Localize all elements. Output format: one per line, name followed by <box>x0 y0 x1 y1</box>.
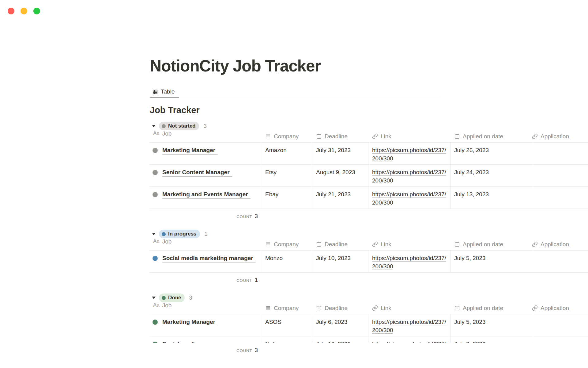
job-title-link[interactable]: Marketing Manager <box>162 147 218 155</box>
count-value: 3 <box>254 213 258 219</box>
close-window-button[interactable] <box>8 8 14 14</box>
status-pill[interactable]: In progress <box>159 230 200 238</box>
cell-job[interactable]: Social media manager <box>150 336 262 343</box>
column-header-job[interactable]: AaJob <box>150 238 262 250</box>
column-header-link[interactable]: Link <box>368 238 451 250</box>
column-header-label: Company <box>274 241 299 248</box>
cell-link[interactable]: https://picsum.photos/id/237/200/300 <box>368 336 451 343</box>
collapse-toggle-icon[interactable] <box>152 125 156 127</box>
column-header-label: Link <box>381 133 391 140</box>
url-link[interactable]: https://picsum.photos/id/237/200/300 <box>372 255 446 270</box>
url-link[interactable]: https://picsum.photos/id/237/200/300 <box>372 341 446 343</box>
cell-deadline[interactable]: July 31, 2023 <box>313 143 368 164</box>
group-rows: Marketing Manager ASOS July 6, 2023 http… <box>150 314 588 343</box>
url-link[interactable]: https://picsum.photos/id/237/200/300 <box>372 191 446 206</box>
column-header-application[interactable]: Application <box>532 130 588 142</box>
cell-applied-on-date[interactable]: July 5, 2023 <box>451 251 532 272</box>
cell-job[interactable]: Marketing Manager <box>150 143 262 164</box>
job-title-link[interactable]: Marketing and Events Manager <box>162 191 251 199</box>
collapse-toggle-icon[interactable] <box>152 233 156 235</box>
status-pill[interactable]: Not started <box>159 122 199 130</box>
cell-company[interactable]: Ebay <box>262 187 313 209</box>
cell-deadline[interactable]: July 6, 2023 <box>313 314 368 336</box>
url-link[interactable]: https://picsum.photos/id/237/200/300 <box>372 147 446 162</box>
job-title-link[interactable]: Senior Content Manager <box>162 169 232 177</box>
cell-applied-on-date[interactable]: July 2, 2023 <box>451 336 532 343</box>
count-summary-row[interactable]: COUNT1 <box>150 273 262 287</box>
column-header-applied-on-date[interactable]: Applied on date <box>451 302 532 314</box>
view-tab-bar: Table <box>150 87 439 98</box>
cell-deadline[interactable]: July 12, 2023 <box>313 336 368 343</box>
cell-link[interactable]: https://picsum.photos/id/237/200/300 <box>368 143 451 164</box>
column-header-company[interactable]: Company <box>262 130 313 142</box>
grouped-table: Not started 3 AaJobCompanyDeadlineLinkAp… <box>150 122 588 358</box>
table-row[interactable]: Senior Content Manager Etsy August 9, 20… <box>150 165 588 187</box>
status-pill[interactable]: Done <box>159 293 185 302</box>
table-row[interactable]: Social media marketing manager Monzo Jul… <box>150 251 588 273</box>
tab-table[interactable]: Table <box>150 87 179 98</box>
group-row-count: 1 <box>205 231 208 237</box>
cell-company[interactable]: Etsy <box>262 165 313 186</box>
link-icon <box>372 241 378 247</box>
cell-deadline[interactable]: July 21, 2023 <box>313 187 368 209</box>
cell-job[interactable]: Social media marketing manager <box>150 251 262 272</box>
calendar-icon <box>316 305 322 311</box>
url-link[interactable]: https://picsum.photos/id/237/200/300 <box>372 319 446 334</box>
cell-job[interactable]: Marketing Manager <box>150 314 262 336</box>
cell-job[interactable]: Senior Content Manager <box>150 165 262 186</box>
table-row[interactable]: Marketing Manager ASOS July 6, 2023 http… <box>150 314 588 336</box>
count-summary-row[interactable]: COUNT3 <box>150 343 262 358</box>
url-link[interactable]: https://picsum.photos/id/237/200/300 <box>372 169 446 184</box>
cell-application[interactable] <box>532 165 588 186</box>
column-header-deadline[interactable]: Deadline <box>313 302 368 314</box>
column-header-deadline[interactable]: Deadline <box>313 130 368 142</box>
job-title-link[interactable]: Marketing Manager <box>162 318 218 326</box>
cell-applied-on-date[interactable]: July 24, 2023 <box>451 165 532 186</box>
cell-applied-on-date[interactable]: July 13, 2023 <box>451 187 532 209</box>
cell-job[interactable]: Marketing and Events Manager <box>150 187 262 209</box>
cell-link[interactable]: https://picsum.photos/id/237/200/300 <box>368 314 451 336</box>
cell-application[interactable] <box>532 251 588 272</box>
table-row[interactable]: Marketing Manager Amazon July 31, 2023 h… <box>150 143 588 165</box>
column-header-company[interactable]: Company <box>262 302 313 314</box>
column-header-applied-on-date[interactable]: Applied on date <box>451 238 532 250</box>
cell-application[interactable] <box>532 187 588 209</box>
cell-application[interactable] <box>532 336 588 343</box>
column-header-application[interactable]: Application <box>532 302 588 314</box>
column-header-deadline[interactable]: Deadline <box>313 238 368 250</box>
minimize-window-button[interactable] <box>21 8 27 14</box>
link-icon <box>532 133 538 139</box>
column-header-label: Application <box>541 133 569 140</box>
column-header-company[interactable]: Company <box>262 238 313 250</box>
cell-company[interactable]: Amazon <box>262 143 313 164</box>
column-header-link[interactable]: Link <box>368 302 451 314</box>
column-header-application[interactable]: Application <box>532 238 588 250</box>
job-title-link[interactable]: Social media manager <box>162 340 226 343</box>
cell-applied-on-date[interactable]: July 5, 2023 <box>451 314 532 336</box>
status-dot-icon <box>162 296 166 300</box>
cell-company[interactable]: Monzo <box>262 251 313 272</box>
column-header-job[interactable]: AaJob <box>150 130 262 142</box>
cell-link[interactable]: https://picsum.photos/id/237/200/300 <box>368 187 451 209</box>
table-row[interactable]: Marketing and Events Manager Ebay July 2… <box>150 187 588 209</box>
cell-applied-on-date[interactable]: July 26, 2023 <box>451 143 532 164</box>
column-header-label: Job <box>162 302 172 309</box>
cell-link[interactable]: https://picsum.photos/id/237/200/300 <box>368 251 451 272</box>
cell-company[interactable]: Notion <box>262 336 313 343</box>
column-header-job[interactable]: AaJob <box>150 302 262 314</box>
cell-application[interactable] <box>532 143 588 164</box>
column-header-link[interactable]: Link <box>368 130 451 142</box>
zoom-window-button[interactable] <box>33 8 40 14</box>
job-title-link[interactable]: Social media marketing manager <box>162 255 256 263</box>
table-row[interactable]: Social media manager Notion July 12, 202… <box>150 336 588 343</box>
count-summary-row[interactable]: COUNT3 <box>150 209 262 224</box>
cell-link[interactable]: https://picsum.photos/id/237/200/300 <box>368 165 451 186</box>
collapse-toggle-icon[interactable] <box>152 297 156 299</box>
cell-company[interactable]: ASOS <box>262 314 313 336</box>
cell-application[interactable] <box>532 314 588 336</box>
group-header: Done 3 <box>150 293 588 302</box>
column-header-label: Link <box>381 305 391 312</box>
cell-deadline[interactable]: July 10, 2023 <box>313 251 368 272</box>
column-header-applied-on-date[interactable]: Applied on date <box>451 130 532 142</box>
cell-deadline[interactable]: August 9, 2023 <box>313 165 368 186</box>
